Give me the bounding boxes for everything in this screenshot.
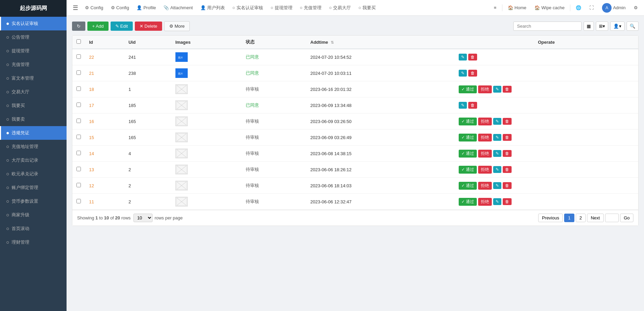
sidebar-item-accountbind[interactable]: 账户绑定管理 — [0, 181, 67, 194]
topnav-fullscreen[interactable]: ⛶ — [587, 4, 597, 12]
sidebar-item-homepage[interactable]: 首页滚动 — [0, 222, 67, 235]
delete-row-button[interactable]: 🗑 — [503, 166, 512, 173]
refresh-button[interactable]: ↻ — [72, 22, 85, 31]
sidebar-item-eurorecords[interactable]: 欧元承兑记录 — [0, 167, 67, 181]
sidebar-item-finance[interactable]: 理财管理 — [0, 235, 67, 249]
edit-row-button[interactable]: ✎ — [493, 118, 501, 125]
approve-button[interactable]: ✓ 通过 — [459, 182, 477, 190]
edit-row-button[interactable]: ✎ — [493, 166, 501, 173]
sidebar-item-violation[interactable]: 违规凭证 — [0, 126, 67, 140]
reject-button[interactable]: 拒绝 — [478, 166, 492, 174]
row-id[interactable]: 15 — [89, 135, 94, 140]
view-list-button[interactable]: ▦ — [584, 22, 594, 31]
sidebar-item-withdrawal[interactable]: 提现管理 — [0, 44, 67, 58]
sidebar-item-richtext[interactable]: 富文本管理 — [0, 71, 67, 85]
row-id[interactable]: 13 — [89, 167, 94, 172]
topnav-tradehall[interactable]: ○ 交易大厅 — [326, 3, 354, 12]
reject-button[interactable]: 拒绝 — [478, 182, 492, 190]
topnav-profile[interactable]: 👤 Profile — [133, 4, 159, 12]
row-checkbox[interactable] — [76, 183, 81, 187]
edit-row-button[interactable]: ✎ — [493, 86, 501, 93]
row-checkbox[interactable] — [76, 119, 81, 123]
row-checkbox[interactable] — [76, 135, 81, 139]
row-id[interactable]: 12 — [89, 183, 94, 188]
delete-row-button[interactable]: 🗑 — [503, 150, 512, 157]
row-checkbox[interactable] — [76, 86, 81, 91]
next-button[interactable]: Next — [587, 214, 604, 222]
row-id[interactable]: 14 — [89, 151, 94, 156]
topnav-attachment[interactable]: 📎 Attachment — [160, 4, 196, 12]
more-button[interactable]: ⚙ More — [164, 21, 190, 31]
row-checkbox[interactable] — [76, 70, 81, 75]
topnav-flag[interactable]: 🌐 — [573, 4, 584, 12]
approve-button[interactable]: ✓ 通过 — [459, 150, 477, 158]
edit-row-button[interactable]: ✎ — [459, 54, 467, 60]
sidebar-item-merchantup[interactable]: 商家升级 — [0, 208, 67, 222]
row-id[interactable]: 17 — [89, 103, 94, 108]
reject-button[interactable]: 拒绝 — [478, 118, 492, 125]
edit-row-button[interactable]: ✎ — [459, 70, 467, 77]
user-filter-button[interactable]: 👤▾ — [610, 22, 625, 31]
edit-row-button[interactable]: ✎ — [493, 134, 501, 141]
row-id[interactable]: 22 — [89, 55, 94, 60]
topnav-userlist[interactable]: 👤 用户列表 — [197, 3, 228, 12]
go-button[interactable]: Go — [620, 214, 633, 222]
delete-button[interactable]: ✕ Delete — [135, 22, 162, 31]
add-button[interactable]: + Add — [87, 22, 109, 31]
topnav-home[interactable]: 🏠 Home — [505, 4, 529, 12]
search-input[interactable] — [513, 22, 582, 31]
page-size-select[interactable]: 102050100 — [133, 214, 153, 222]
topnav-wantbuy[interactable]: ○ 我要买 — [355, 3, 379, 12]
sidebar-item-tradehall[interactable]: 交易大厅 — [0, 85, 67, 99]
approve-button[interactable]: ✓ 通过 — [459, 134, 477, 141]
delete-row-button[interactable]: 🗑 — [503, 198, 512, 205]
edit-row-button[interactable]: ✎ — [493, 150, 501, 157]
approve-button[interactable]: ✓ 通过 — [459, 198, 477, 206]
row-id[interactable]: 18 — [89, 87, 94, 92]
topnav-realname-audit[interactable]: ○ 实名认证审核 — [229, 3, 267, 12]
row-checkbox[interactable] — [76, 199, 81, 203]
topnav-recharge[interactable]: ○ 充值管理 — [297, 3, 325, 12]
delete-row-button[interactable]: 🗑 — [468, 102, 477, 109]
topnav-config2[interactable]: ⚙ Config — [108, 4, 133, 12]
sidebar-item-announcement[interactable]: 公告管理 — [0, 30, 67, 44]
sidebar-item-realname[interactable]: 实名认证审核 — [0, 17, 67, 30]
reject-button[interactable]: 拒绝 — [478, 150, 492, 158]
topnav-withdrawal[interactable]: ○ 提现管理 — [267, 3, 296, 12]
row-id[interactable]: 16 — [89, 119, 94, 124]
sidebar-item-wantbuy[interactable]: 我要买 — [0, 99, 67, 112]
row-checkbox[interactable] — [76, 103, 81, 107]
page-1-button[interactable]: 1 — [564, 214, 574, 222]
sidebar-item-recharge[interactable]: 充值管理 — [0, 58, 67, 71]
approve-button[interactable]: ✓ 通过 — [459, 118, 477, 125]
sidebar-item-hallrecords[interactable]: 大厅卖出记录 — [0, 153, 67, 167]
topnav-config1[interactable]: ⚙ Config — [82, 4, 107, 12]
reject-button[interactable]: 拒绝 — [478, 198, 492, 206]
sidebar-item-wantsell[interactable]: 我要卖 — [0, 112, 67, 126]
approve-button[interactable]: ✓ 通过 — [459, 85, 477, 93]
sidebar-item-rechargeaddr[interactable]: 充值地址管理 — [0, 140, 67, 153]
reject-button[interactable]: 拒绝 — [478, 134, 492, 141]
topnav-settings[interactable]: ⚙ — [631, 4, 641, 12]
topnav-wipe-cache[interactable]: 🏠 Wipe cache — [532, 4, 567, 12]
delete-row-button[interactable]: 🗑 — [503, 182, 512, 189]
delete-row-button[interactable]: 🗑 — [503, 134, 512, 141]
approve-button[interactable]: ✓ 通过 — [459, 166, 477, 174]
search-button[interactable]: 🔍 — [627, 22, 639, 31]
delete-row-button[interactable]: 🗑 — [503, 118, 512, 125]
row-id[interactable]: 21 — [89, 71, 94, 76]
view-grid-button[interactable]: ⊞▾ — [596, 22, 608, 31]
edit-row-button[interactable]: ✎ — [493, 198, 501, 205]
topnav-menu-btn[interactable]: ≡ — [491, 4, 499, 12]
goto-page-input[interactable] — [605, 214, 619, 222]
delete-row-button[interactable]: 🗑 — [503, 86, 512, 93]
delete-row-button[interactable]: 🗑 — [468, 54, 477, 60]
edit-row-button[interactable]: ✎ — [459, 102, 467, 109]
page-2-button[interactable]: 2 — [576, 214, 586, 222]
row-checkbox[interactable] — [76, 167, 81, 171]
row-id[interactable]: 11 — [89, 199, 94, 204]
select-all-checkbox[interactable] — [76, 39, 81, 44]
sidebar-item-currency[interactable]: 货币参数设置 — [0, 194, 67, 208]
prev-button[interactable]: Previous — [538, 214, 563, 222]
delete-row-button[interactable]: 🗑 — [468, 70, 477, 77]
